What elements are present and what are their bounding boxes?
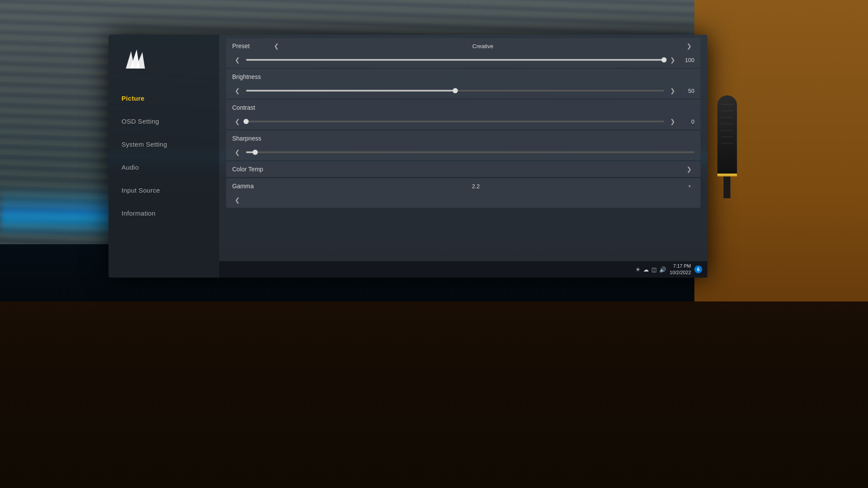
taskbar-notification-badge[interactable]: 6 (694, 265, 702, 273)
contrast-left-arrow[interactable]: ❮ (232, 117, 243, 126)
preset-label: Preset (232, 43, 271, 49)
brightness-left-arrow[interactable]: ❮ (232, 86, 243, 95)
contrast-slider-thumb[interactable] (243, 119, 249, 124)
color-temp-controls: ❯ (271, 165, 694, 174)
volume-icon: 🔊 (659, 266, 666, 273)
taskbar-icons: ☀ ☁ ◫ 🔊 (635, 266, 666, 273)
contrast-header: Contrast (226, 100, 700, 115)
color-temp-setting-row: Color Temp ❯ (226, 161, 700, 177)
contrast-slider-row: ❮ ❯ 0 (226, 115, 700, 129)
brightness-slider-thumb[interactable] (453, 88, 458, 93)
color-temp-label: Color Temp (232, 166, 271, 173)
color-temp-right-arrow[interactable]: ❯ (684, 165, 694, 174)
brightness-value: 50 (681, 88, 694, 94)
brightness-right-arrow[interactable]: ❯ (667, 86, 678, 95)
preset-value: Creative (286, 43, 680, 49)
sharpness-slider-thumb[interactable] (253, 150, 258, 155)
corsair-logo-icon (122, 48, 148, 72)
contrast-setting-row: Contrast ❮ ❯ 0 (226, 100, 700, 129)
sharpness-header: Sharpness (226, 131, 700, 146)
gamma-dropdown-arrow[interactable]: ▼ (685, 183, 694, 190)
main-content: Preset ❮ Creative ❯ ❮ ❯ 100 (219, 35, 707, 278)
mic-body (717, 95, 737, 174)
mic-stand (723, 177, 730, 198)
gamma-left-arrow[interactable]: ❮ (232, 196, 243, 204)
sidebar-item-picture[interactable]: Picture (108, 87, 219, 110)
gamma-controls: 2.2 ▼ (271, 183, 694, 190)
contrast-slider-track[interactable] (246, 121, 664, 122)
osd-sidebar: Picture OSD Setting System Setting Audio… (108, 35, 219, 278)
taskbar-time: 7:17 PM (670, 263, 691, 269)
taskbar-time-area: 7:17 PM 10/2/2022 (670, 263, 691, 276)
brightness-slider-row: ❮ ❯ 50 (226, 85, 700, 98)
cloud-icon: ☁ (643, 266, 649, 273)
sharpness-slider-track[interactable] (246, 151, 694, 153)
network-icon: ☀ (635, 266, 641, 273)
sharpness-slider-row: ❮ (226, 146, 700, 160)
taskbar: ☀ ☁ ◫ 🔊 7:17 PM 10/2/2022 6 (219, 261, 707, 278)
gamma-label: Gamma (232, 183, 271, 190)
gamma-nav-row: ❮ (226, 194, 700, 208)
gamma-header: Gamma 2.2 ▼ (226, 178, 700, 194)
preset-setting-row: Preset ❮ Creative ❯ ❮ ❯ 100 (226, 38, 700, 68)
display-icon: ◫ (651, 266, 657, 273)
preset-slider-fill (246, 59, 664, 61)
sidebar-item-input-source[interactable]: Input Source (108, 179, 219, 202)
sidebar-item-audio[interactable]: Audio (108, 156, 219, 179)
preset-right-arrow[interactable]: ❯ (684, 42, 694, 50)
sidebar-item-system-setting[interactable]: System Setting (108, 133, 219, 156)
preset-slider-right[interactable]: ❯ (667, 56, 678, 64)
brightness-slider-track[interactable] (246, 90, 664, 92)
preset-controls: ❮ Creative ❯ (271, 42, 694, 50)
preset-slider-track[interactable] (246, 59, 664, 61)
brightness-header: Brightness (226, 69, 700, 85)
preset-numeric-value: 100 (681, 57, 694, 63)
brightness-label: Brightness (232, 73, 271, 80)
sharpness-left-arrow[interactable]: ❮ (232, 148, 243, 157)
contrast-right-arrow[interactable]: ❯ (667, 117, 678, 126)
contrast-label: Contrast (232, 104, 271, 111)
sharpness-label: Sharpness (232, 135, 271, 142)
sidebar-item-information[interactable]: Information (108, 202, 219, 225)
sidebar-item-osd-setting[interactable]: OSD Setting (108, 110, 219, 133)
nav-items: Picture OSD Setting System Setting Audio… (108, 87, 219, 225)
sharpness-setting-row: Sharpness ❮ (226, 131, 700, 160)
monitor-screen: Picture OSD Setting System Setting Audio… (108, 35, 707, 278)
microphone (712, 95, 742, 358)
brightness-slider-fill (246, 90, 455, 92)
preset-slider-thumb[interactable] (661, 57, 667, 62)
preset-slider-row: ❮ ❯ 100 (226, 54, 700, 68)
logo-area (108, 43, 219, 82)
preset-header: Preset ❮ Creative ❯ (226, 38, 700, 54)
brightness-setting-row: Brightness ❮ ❯ 50 (226, 69, 700, 98)
osd-panel: Picture OSD Setting System Setting Audio… (108, 35, 707, 278)
preset-slider-left[interactable]: ❮ (232, 56, 243, 64)
gamma-setting-row: Gamma 2.2 ▼ ❮ (226, 178, 700, 208)
color-temp-header: Color Temp ❯ (226, 161, 700, 177)
gamma-value: 2.2 (271, 183, 681, 190)
preset-left-arrow[interactable]: ❮ (271, 42, 282, 50)
mic-gold-ring (717, 174, 737, 177)
contrast-value: 0 (681, 118, 694, 125)
taskbar-date: 10/2/2022 (670, 269, 691, 276)
